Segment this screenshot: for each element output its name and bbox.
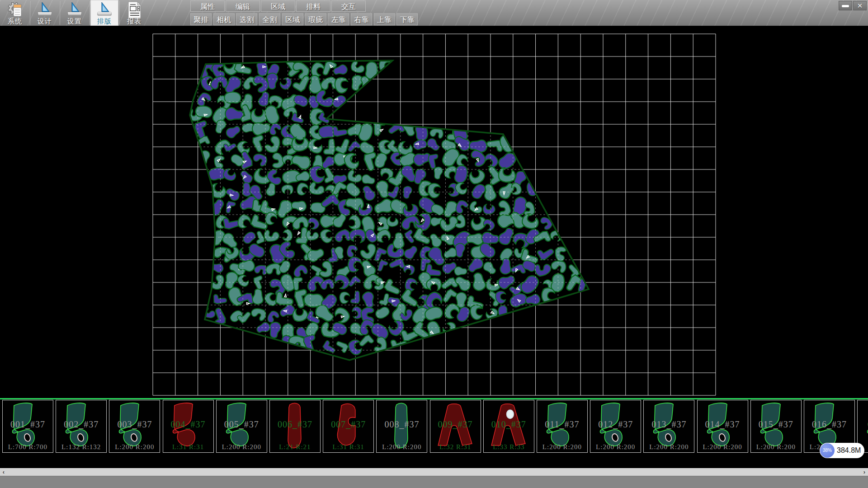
piece-id: 001_#37 <box>3 419 53 430</box>
piece-thumbnail-11[interactable]: 011_#37L:200 R:200 <box>537 400 588 453</box>
menu-item-1[interactable]: 属性 <box>190 0 225 12</box>
memory-value: 384.8M <box>837 443 861 458</box>
piece-id: 010_#37 <box>484 419 534 430</box>
app-button-label: 设计 <box>31 17 59 26</box>
piece-thumbnail-13[interactable]: 013_#37L:200 R:200 <box>643 400 694 453</box>
piece-thumbnail-7[interactable]: 007_#37L:31 R:31 <box>323 400 374 453</box>
gear-icon <box>7 1 23 17</box>
menu-item-5[interactable]: 交互 <box>331 0 366 12</box>
app-button-label: 报表 <box>120 17 148 26</box>
piece-lr-count: L:21 R:21 <box>270 443 320 451</box>
app-button-label: 排版 <box>90 17 118 26</box>
piece-lr-count: L:31 R:31 <box>163 443 213 451</box>
piece-id: 004_#37 <box>163 419 213 430</box>
menu-item-2[interactable]: 编辑 <box>226 0 260 12</box>
toolbar-separator <box>119 1 120 25</box>
tool-button-2[interactable]: 相机 <box>213 13 235 25</box>
piece-thumbnail-2[interactable]: 002_#37L:132 R:132 <box>56 400 107 453</box>
piece-lr-count: L:200 R:200 <box>377 443 427 451</box>
piece-lr-count: L:200 R:200 <box>751 443 801 451</box>
setsquare-icon <box>96 1 113 17</box>
toolbar-separator <box>59 1 60 25</box>
app-button-3[interactable]: 设置 <box>61 0 89 26</box>
piece-lr-count: L:700 R:700 <box>3 443 53 451</box>
piece-thumbnail-strip: 001_#37L:700 R:700002_#37L:132 R:132003_… <box>0 399 868 468</box>
piece-id: 015_#37 <box>751 419 801 430</box>
piece-lr-count: L:132 R:132 <box>56 443 106 451</box>
piece-id: 016_#37 <box>804 419 854 430</box>
piece-id: 007_#37 <box>323 419 373 430</box>
toolbar: 系统设计设置排版报表 属性编辑区域排料交互 聚排相机选割全割区域瑕疵左靠右靠上靠… <box>0 0 868 26</box>
piece-thumbnail-12[interactable]: 012_#37L:200 R:200 <box>590 400 641 453</box>
setsquare-icon <box>66 1 83 17</box>
piece-id: 003_#37 <box>109 419 160 430</box>
piece-thumbnail-5[interactable]: 005_#37L:200 R:200 <box>216 400 267 453</box>
tool-button-3[interactable]: 选割 <box>236 13 257 25</box>
app-button-label: 系统 <box>1 17 29 26</box>
app-button-4[interactable]: 排版 <box>90 0 118 26</box>
app-button-2[interactable]: 设计 <box>31 0 59 26</box>
nesting-canvas[interactable] <box>0 26 868 398</box>
piece-lr-count: L:200 R:200 <box>537 443 587 451</box>
minimize-button[interactable] <box>839 1 852 10</box>
toolbar-separator <box>29 1 30 25</box>
piece-lr-count: L:200 R:200 <box>644 443 694 451</box>
memory-badge[interactable]: 38% 384.8M <box>820 443 864 458</box>
piece-id: 008_#37 <box>377 419 427 430</box>
tool-button-8[interactable]: 右靠 <box>351 13 372 25</box>
piece-lr-count: L:33 R:33 <box>484 443 534 451</box>
piece-thumbnail-8[interactable]: 008_#37L:200 R:200 <box>376 400 427 453</box>
piece-id: 011_#37 <box>537 419 587 430</box>
piece-id: 002_#37 <box>56 419 106 430</box>
menu-item-4[interactable]: 排料 <box>296 0 330 12</box>
piece-id: 014_#37 <box>698 419 748 430</box>
piece-thumbnail-15[interactable]: 015_#37L:200 R:200 <box>750 400 802 453</box>
piece-id: 006_#37 <box>270 419 320 430</box>
piece-thumbnail-6[interactable]: 006_#37L:21 R:21 <box>269 400 321 453</box>
piece-lr-count: L:200 R:200 <box>698 443 748 451</box>
piece-id: 0 <box>858 419 868 430</box>
tool-button-7[interactable]: 左靠 <box>328 13 349 25</box>
tool-button-4[interactable]: 全割 <box>259 13 280 25</box>
piece-thumbnail-9[interactable]: 009_#37L:32 R:31 <box>430 400 481 453</box>
piece-thumbnail-14[interactable]: 014_#37L:200 R:200 <box>697 400 748 453</box>
setsquare-icon <box>37 1 53 17</box>
app-button-label: 设置 <box>61 17 89 26</box>
toolbar-separator <box>89 1 90 25</box>
piece-thumbnail-1[interactable]: 001_#37L:700 R:700 <box>2 400 53 453</box>
tool-button-1[interactable]: 聚排 <box>190 13 212 25</box>
piece-lr-count: L:200 R:200 <box>217 443 267 451</box>
tool-button-9[interactable]: 上靠 <box>374 13 395 25</box>
piece-thumbnail-3[interactable]: 003_#37L:200 R:200 <box>109 400 160 453</box>
status-bar <box>0 476 868 488</box>
close-button[interactable]: ✕ <box>853 1 867 10</box>
tool-button-6[interactable]: 瑕疵 <box>305 13 326 25</box>
piece-thumbnail-4[interactable]: 004_#37L:31 R:31 <box>163 400 214 453</box>
memory-percent-indicator: 38% <box>820 443 835 458</box>
piece-id: 013_#37 <box>644 419 694 430</box>
scroll-left-arrow-icon[interactable]: ‹ <box>0 469 7 476</box>
horizontal-scrollbar[interactable]: ‹ › <box>0 468 868 476</box>
piece-lr-count: L:200 R:200 <box>590 443 641 451</box>
piece-lr-count: L:31 R:31 <box>323 443 373 451</box>
piece-id: 009_#37 <box>430 419 481 430</box>
app-button-5[interactable]: 报表 <box>120 0 148 26</box>
report-icon <box>126 1 142 17</box>
application-window: 系统设计设置排版报表 属性编辑区域排料交互 聚排相机选割全割区域瑕疵左靠右靠上靠… <box>0 0 868 488</box>
piece-lr-count: L:200 R:200 <box>109 443 160 451</box>
minimize-icon <box>842 5 849 7</box>
app-button-1[interactable]: 系统 <box>1 0 29 26</box>
close-icon: ✕ <box>857 2 863 9</box>
piece-thumbnail-10[interactable]: 010_#37L:33 R:33 <box>483 400 534 453</box>
tool-button-5[interactable]: 区域 <box>282 13 303 25</box>
piece-lr-count: L:32 R:31 <box>430 443 481 451</box>
piece-id: 012_#37 <box>590 419 641 430</box>
piece-id: 005_#37 <box>217 419 267 430</box>
tool-button-10[interactable]: 下靠 <box>396 13 418 25</box>
scroll-right-arrow-icon[interactable]: › <box>861 469 868 476</box>
menu-item-3[interactable]: 区域 <box>261 0 295 12</box>
